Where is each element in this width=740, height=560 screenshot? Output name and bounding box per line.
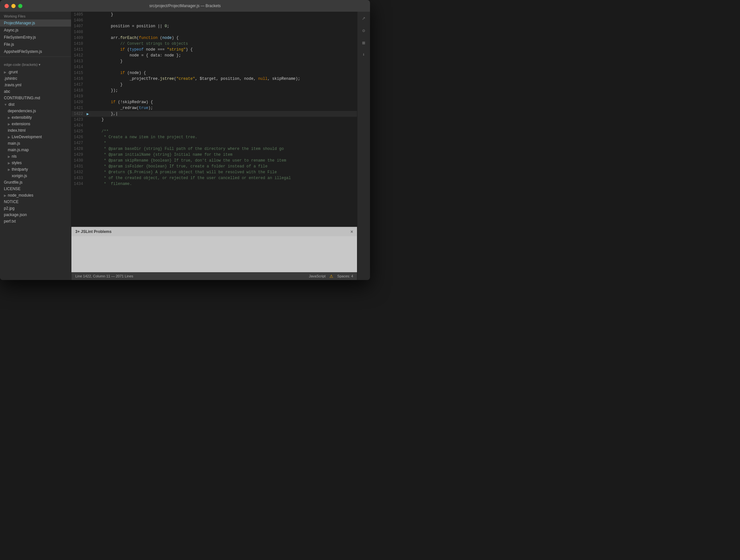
tree-item[interactable]: index.html (0, 127, 71, 134)
code-line: 1408 (71, 29, 357, 35)
tree-item[interactable]: ▶ .grunt (0, 69, 71, 75)
status-bar: Line 1422, Column 11 — 2071 Lines JavaSc… (71, 272, 357, 280)
problems-close-button[interactable]: × (351, 229, 353, 234)
tree-item[interactable]: CONTRIBUTING.md (0, 95, 71, 101)
project-name: edge-code (brackets) ▾ (4, 63, 40, 67)
code-line: 1420 if (!skipRedraw) { (71, 99, 357, 105)
code-line: 1433 * of the created object, or rejecte… (71, 175, 357, 181)
problems-panel: 3+ JSLint Problems × (71, 227, 357, 272)
problems-header: 3+ JSLint Problems × (71, 227, 357, 236)
code-line: 1434 * filename. (71, 181, 357, 187)
code-line: 1416 _projectTree.jstree("create", $targ… (71, 76, 357, 82)
code-line: 1409 arr.forEach(function (node) { (71, 35, 357, 41)
problems-title: 3+ JSLint Problems (75, 229, 112, 234)
tree-item[interactable]: perf.txt (0, 218, 71, 225)
tree-item[interactable]: xorigin.js (0, 173, 71, 179)
code-line: 1431 * @param isFolder {boolean} If true… (71, 163, 357, 170)
tree-item[interactable]: ▶ extensibility (0, 114, 71, 121)
window-controls[interactable] (5, 4, 22, 8)
code-line: 1429 * @param initialName {string} Initi… (71, 152, 357, 158)
code-line: 1427 * (71, 140, 357, 146)
project-header[interactable]: edge-code (brackets) ▾ (0, 61, 71, 69)
tree-item[interactable]: ▶ node_modules (0, 192, 71, 199)
code-line: 1405 } (71, 12, 357, 17)
code-line: 1423 } (71, 117, 357, 123)
tree-item[interactable]: p2.jpg (0, 205, 71, 212)
download-icon[interactable]: ⬇ (362, 52, 365, 58)
sidebar: Working Files ProjectManager.js Async.js… (0, 12, 71, 280)
code-line: 1415 if (node) { (71, 70, 357, 76)
cursor-position: Line 1422, Column 11 — 2071 Lines (75, 274, 133, 278)
close-button[interactable] (5, 4, 9, 8)
working-file-item[interactable]: ProjectManager.js (0, 19, 71, 27)
code-line: 1417 } (71, 82, 357, 88)
maximize-button[interactable] (18, 4, 22, 8)
code-line: 1425 /** (71, 128, 357, 134)
working-files-list: ProjectManager.js Async.js FileSystemEnt… (0, 19, 71, 55)
code-line: 1428 * @param baseDir {string} Full path… (71, 146, 357, 152)
code-line: 1430 * @param skipRename {boolean} If tr… (71, 158, 357, 163)
sidebar-divider (0, 57, 71, 57)
app-window: src/project/ProjectManager.js — Brackets… (0, 0, 370, 280)
tree-item[interactable]: package.json (0, 212, 71, 218)
right-panel-icons: ↗ ⚙ ▦ ⬇ (357, 12, 370, 280)
minimize-button[interactable] (11, 4, 16, 8)
language-mode[interactable]: JavaScript (309, 274, 326, 278)
code-line: 1426 * Create a new item in the project … (71, 134, 357, 140)
window-title: src/project/ProjectManager.js — Brackets (149, 4, 221, 8)
tree-item[interactable]: abc (0, 88, 71, 95)
code-line: 1418 }); (71, 88, 357, 93)
working-file-item[interactable]: Async.js (0, 27, 71, 34)
tree-item[interactable]: ▶ extensions (0, 121, 71, 127)
code-line: 1411 if (typeof node === "string") { (71, 47, 357, 52)
code-lines: 1405 } 1406 1407 position (71, 12, 357, 187)
tree-item[interactable]: ▶ nls (0, 153, 71, 159)
current-code-line: 1422 ▶ },| (71, 111, 357, 117)
title-bar: src/project/ProjectManager.js — Brackets (0, 0, 370, 12)
file-tree: ▶ .grunt .jshintrc .travis.yml abc CONTR… (0, 69, 71, 225)
inspect-icon[interactable]: ⚙ (362, 28, 365, 33)
working-file-item[interactable]: AppshellFileSystem.js (0, 48, 71, 55)
code-line: 1421 _redraw(true); (71, 105, 357, 111)
tree-item[interactable]: ▶ styles (0, 159, 71, 166)
code-line: 1424 (71, 123, 357, 128)
status-right: JavaScript ⚠ Spaces: 4 (309, 274, 353, 279)
tree-item[interactable]: NOTICE (0, 199, 71, 205)
code-line: 1414 (71, 64, 357, 70)
code-line: 1410 // Convert strings to objects (71, 41, 357, 47)
tree-item[interactable]: .travis.yml (0, 82, 71, 88)
tree-item[interactable]: ▶ LiveDevelopment (0, 134, 71, 140)
extensions-icon[interactable]: ▦ (362, 40, 365, 45)
tree-item[interactable]: .jshintrc (0, 75, 71, 82)
code-line: 1407 position = position || 0; (71, 23, 357, 29)
code-line: 1419 (71, 93, 357, 99)
code-line: 1412 node = { data: node }; (71, 52, 357, 59)
spaces-setting[interactable]: Spaces: 4 (337, 274, 353, 278)
tree-item[interactable]: ▼ dist (0, 101, 71, 108)
warning-icon: ⚠ (330, 274, 333, 279)
tree-item[interactable]: LICENSE (0, 186, 71, 192)
editor-panel: 1405 } 1406 1407 position (71, 12, 357, 280)
tree-item[interactable]: dependencies.js (0, 108, 71, 114)
code-line: 1406 (71, 17, 357, 23)
working-file-item[interactable]: File.js (0, 41, 71, 48)
tree-item[interactable]: main.js (0, 140, 71, 147)
tree-item[interactable]: main.js.map (0, 147, 71, 153)
working-files-header: Working Files (0, 12, 71, 19)
warning-indicator[interactable]: ⚠ (330, 274, 333, 279)
code-line: 1432 * @return {$.Promise} A promise obj… (71, 170, 357, 175)
code-line: 1413 } (71, 59, 357, 64)
tree-item[interactable]: ▶ thirdparty (0, 166, 71, 173)
working-file-item[interactable]: FileSystemEntry.js (0, 34, 71, 41)
current-line-arrow: ▶ (87, 112, 89, 116)
tree-item[interactable]: Gruntfile.js (0, 179, 71, 186)
code-editor[interactable]: 1405 } 1406 1407 position (71, 12, 357, 227)
live-preview-icon[interactable]: ↗ (362, 14, 365, 21)
